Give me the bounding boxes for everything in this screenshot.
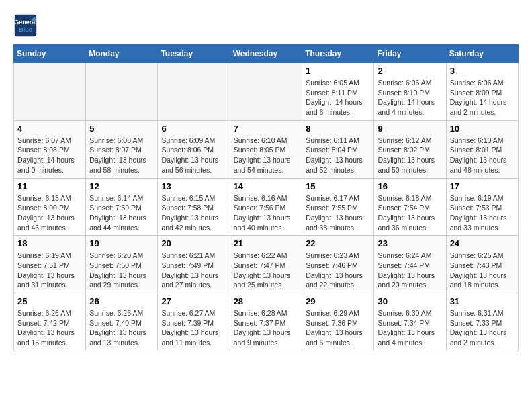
day-info: Sunrise: 6:07 AMSunset: 8:08 PMDaylight:… xyxy=(17,136,82,175)
day-info: Sunrise: 6:06 AMSunset: 8:09 PMDaylight:… xyxy=(450,78,515,118)
day-info: Sunrise: 6:09 AMSunset: 8:06 PMDaylight:… xyxy=(161,136,226,175)
logo: General Blue xyxy=(13,13,42,38)
day-number: 1 xyxy=(306,66,370,76)
day-info: Sunrise: 6:13 AMSunset: 8:01 PMDaylight:… xyxy=(450,136,515,175)
calendar-week-5: 25Sunrise: 6:26 AMSunset: 7:42 PMDayligh… xyxy=(14,293,519,351)
day-number: 26 xyxy=(89,296,154,306)
calendar-cell xyxy=(86,63,158,121)
day-number: 13 xyxy=(161,181,226,191)
day-number: 20 xyxy=(161,238,226,248)
calendar-cell: 9Sunrise: 6:12 AMSunset: 8:02 PMDaylight… xyxy=(374,120,446,178)
calendar-cell: 23Sunrise: 6:24 AMSunset: 7:44 PMDayligh… xyxy=(374,236,446,293)
day-info: Sunrise: 6:27 AMSunset: 7:39 PMDaylight:… xyxy=(161,308,226,348)
day-info: Sunrise: 6:29 AMSunset: 7:36 PMDaylight:… xyxy=(306,308,370,348)
weekday-header-friday: Friday xyxy=(374,45,446,63)
day-number: 21 xyxy=(234,238,299,248)
calendar-cell: 18Sunrise: 6:19 AMSunset: 7:51 PMDayligh… xyxy=(14,236,86,293)
day-number: 2 xyxy=(378,66,442,76)
day-info: Sunrise: 6:28 AMSunset: 7:37 PMDaylight:… xyxy=(234,308,299,348)
calendar-cell: 31Sunrise: 6:31 AMSunset: 7:33 PMDayligh… xyxy=(446,293,518,351)
calendar-cell: 12Sunrise: 6:14 AMSunset: 7:59 PMDayligh… xyxy=(86,178,158,236)
day-number: 18 xyxy=(17,238,82,248)
day-number: 4 xyxy=(17,124,82,134)
day-info: Sunrise: 6:12 AMSunset: 8:02 PMDaylight:… xyxy=(378,136,442,175)
page-header: General Blue xyxy=(13,13,519,38)
day-info: Sunrise: 6:24 AMSunset: 7:44 PMDaylight:… xyxy=(378,250,442,290)
day-number: 23 xyxy=(378,238,442,248)
day-number: 5 xyxy=(89,124,154,134)
day-info: Sunrise: 6:25 AMSunset: 7:43 PMDaylight:… xyxy=(450,250,515,290)
calendar-cell: 22Sunrise: 6:23 AMSunset: 7:46 PMDayligh… xyxy=(302,236,374,293)
calendar-cell: 5Sunrise: 6:08 AMSunset: 8:07 PMDaylight… xyxy=(86,120,158,178)
day-info: Sunrise: 6:17 AMSunset: 7:55 PMDaylight:… xyxy=(306,193,370,233)
day-info: Sunrise: 6:26 AMSunset: 7:40 PMDaylight:… xyxy=(89,308,154,348)
calendar-cell: 1Sunrise: 6:05 AMSunset: 8:11 PMDaylight… xyxy=(302,63,374,121)
calendar-cell: 17Sunrise: 6:19 AMSunset: 7:53 PMDayligh… xyxy=(446,178,518,236)
day-number: 3 xyxy=(450,66,515,76)
day-number: 9 xyxy=(378,124,442,134)
day-info: Sunrise: 6:18 AMSunset: 7:54 PMDaylight:… xyxy=(378,193,442,233)
day-info: Sunrise: 6:13 AMSunset: 8:00 PMDaylight:… xyxy=(17,193,82,233)
day-info: Sunrise: 6:26 AMSunset: 7:42 PMDaylight:… xyxy=(17,308,82,348)
calendar-week-4: 18Sunrise: 6:19 AMSunset: 7:51 PMDayligh… xyxy=(14,236,519,293)
day-number: 7 xyxy=(234,124,299,134)
day-info: Sunrise: 6:06 AMSunset: 8:10 PMDaylight:… xyxy=(378,78,442,118)
day-info: Sunrise: 6:31 AMSunset: 7:33 PMDaylight:… xyxy=(450,308,515,348)
calendar-week-2: 4Sunrise: 6:07 AMSunset: 8:08 PMDaylight… xyxy=(14,120,519,178)
calendar-cell: 11Sunrise: 6:13 AMSunset: 8:00 PMDayligh… xyxy=(14,178,86,236)
calendar-cell: 29Sunrise: 6:29 AMSunset: 7:36 PMDayligh… xyxy=(302,293,374,351)
day-info: Sunrise: 6:30 AMSunset: 7:34 PMDaylight:… xyxy=(378,308,442,348)
day-number: 28 xyxy=(234,296,299,306)
day-number: 27 xyxy=(161,296,226,306)
calendar-cell: 3Sunrise: 6:06 AMSunset: 8:09 PMDaylight… xyxy=(446,63,518,121)
day-number: 19 xyxy=(89,238,154,248)
day-number: 14 xyxy=(234,181,299,191)
calendar-cell: 16Sunrise: 6:18 AMSunset: 7:54 PMDayligh… xyxy=(374,178,446,236)
calendar-cell: 19Sunrise: 6:20 AMSunset: 7:50 PMDayligh… xyxy=(86,236,158,293)
calendar-cell: 8Sunrise: 6:11 AMSunset: 8:04 PMDaylight… xyxy=(302,120,374,178)
day-info: Sunrise: 6:11 AMSunset: 8:04 PMDaylight:… xyxy=(306,136,370,175)
calendar-cell: 21Sunrise: 6:22 AMSunset: 7:47 PMDayligh… xyxy=(230,236,302,293)
calendar-cell: 13Sunrise: 6:15 AMSunset: 7:58 PMDayligh… xyxy=(158,178,230,236)
day-info: Sunrise: 6:19 AMSunset: 7:51 PMDaylight:… xyxy=(17,250,82,290)
day-number: 25 xyxy=(17,296,82,306)
weekday-header-sunday: Sunday xyxy=(14,45,86,63)
logo-icon: General Blue xyxy=(13,13,38,38)
calendar-cell: 4Sunrise: 6:07 AMSunset: 8:08 PMDaylight… xyxy=(14,120,86,178)
calendar-cell: 15Sunrise: 6:17 AMSunset: 7:55 PMDayligh… xyxy=(302,178,374,236)
day-number: 15 xyxy=(306,181,370,191)
day-info: Sunrise: 6:10 AMSunset: 8:05 PMDaylight:… xyxy=(234,136,299,175)
calendar-cell: 20Sunrise: 6:21 AMSunset: 7:49 PMDayligh… xyxy=(158,236,230,293)
day-number: 6 xyxy=(161,124,226,134)
calendar-cell: 27Sunrise: 6:27 AMSunset: 7:39 PMDayligh… xyxy=(158,293,230,351)
calendar-cell: 7Sunrise: 6:10 AMSunset: 8:05 PMDaylight… xyxy=(230,120,302,178)
day-number: 8 xyxy=(306,124,370,134)
day-info: Sunrise: 6:14 AMSunset: 7:59 PMDaylight:… xyxy=(89,193,154,233)
calendar-cell xyxy=(158,63,230,121)
day-number: 30 xyxy=(378,296,442,306)
calendar-cell xyxy=(14,63,86,121)
day-info: Sunrise: 6:15 AMSunset: 7:58 PMDaylight:… xyxy=(161,193,226,233)
day-number: 22 xyxy=(306,238,370,248)
svg-text:Blue: Blue xyxy=(19,26,32,33)
calendar-cell: 10Sunrise: 6:13 AMSunset: 8:01 PMDayligh… xyxy=(446,120,518,178)
calendar-header-row: SundayMondayTuesdayWednesdayThursdayFrid… xyxy=(14,45,519,63)
day-number: 17 xyxy=(450,181,515,191)
day-info: Sunrise: 6:21 AMSunset: 7:49 PMDaylight:… xyxy=(161,250,226,290)
day-info: Sunrise: 6:05 AMSunset: 8:11 PMDaylight:… xyxy=(306,78,370,118)
day-number: 29 xyxy=(306,296,370,306)
day-info: Sunrise: 6:23 AMSunset: 7:46 PMDaylight:… xyxy=(306,250,370,290)
weekday-header-monday: Monday xyxy=(86,45,158,63)
calendar-cell: 25Sunrise: 6:26 AMSunset: 7:42 PMDayligh… xyxy=(14,293,86,351)
calendar-cell: 30Sunrise: 6:30 AMSunset: 7:34 PMDayligh… xyxy=(374,293,446,351)
calendar-cell: 26Sunrise: 6:26 AMSunset: 7:40 PMDayligh… xyxy=(86,293,158,351)
day-info: Sunrise: 6:16 AMSunset: 7:56 PMDaylight:… xyxy=(234,193,299,233)
calendar-week-3: 11Sunrise: 6:13 AMSunset: 8:00 PMDayligh… xyxy=(14,178,519,236)
weekday-header-wednesday: Wednesday xyxy=(230,45,302,63)
calendar-cell: 28Sunrise: 6:28 AMSunset: 7:37 PMDayligh… xyxy=(230,293,302,351)
day-info: Sunrise: 6:22 AMSunset: 7:47 PMDaylight:… xyxy=(234,250,299,290)
day-number: 12 xyxy=(89,181,154,191)
calendar-table: SundayMondayTuesdayWednesdayThursdayFrid… xyxy=(13,44,519,351)
calendar-cell xyxy=(230,63,302,121)
calendar-cell: 24Sunrise: 6:25 AMSunset: 7:43 PMDayligh… xyxy=(446,236,518,293)
